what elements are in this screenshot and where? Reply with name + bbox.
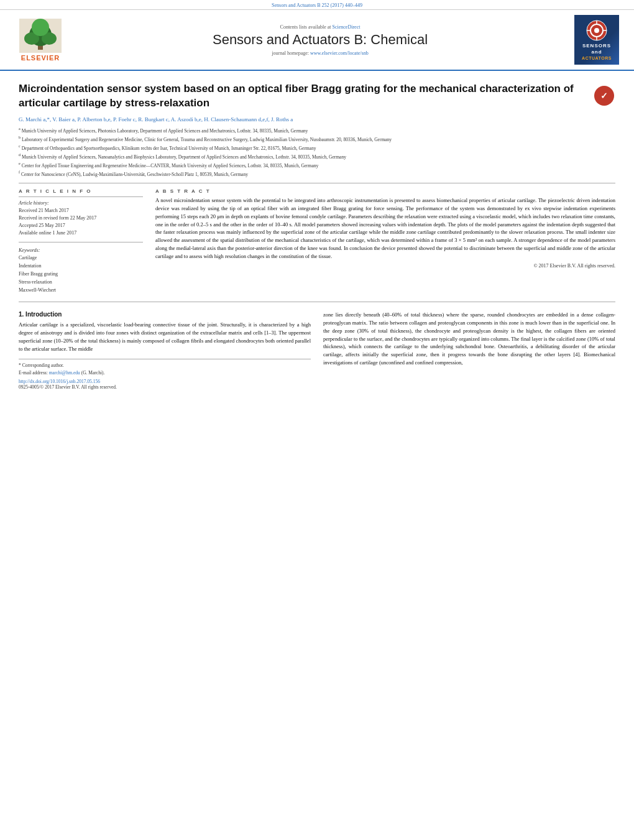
svg-text:✓: ✓ bbox=[600, 91, 608, 101]
intro-text-2: zone lies directly beneath (40–60% of to… bbox=[323, 311, 615, 366]
journal-url[interactable]: www.elsevier.com/locate/snb bbox=[310, 50, 369, 56]
sensors-logo-text2: and bbox=[591, 49, 602, 55]
available-date: Available online 1 June 2017 bbox=[19, 229, 143, 237]
affiliations: a Munich University of Applied Sciences,… bbox=[19, 126, 615, 178]
keyword-3: Stress-relaxation bbox=[19, 279, 143, 287]
affil-c: c Department of Orthopaedics and Sportso… bbox=[19, 144, 615, 152]
copyright: © 2017 Elsevier B.V. All rights reserved… bbox=[155, 263, 615, 269]
email-link[interactable]: marchi@hm.edu bbox=[49, 370, 80, 376]
rights-line: 0925-4005/© 2017 Elsevier B.V. All right… bbox=[19, 384, 311, 390]
keywords-title: Keywords: bbox=[19, 247, 143, 253]
elsevier-logo: ELSEVIER bbox=[12, 19, 68, 62]
intro-heading: 1. Introduction bbox=[19, 311, 311, 318]
crossmark: ✓ bbox=[593, 85, 615, 108]
affil-b: b Laboratory of Experimental Surgery and… bbox=[19, 135, 615, 143]
intro-col-1: 1. Introduction Articular cartilage is a… bbox=[19, 311, 311, 390]
affil-e: e Center for Applied Tissue Engineering … bbox=[19, 161, 615, 169]
journal-homepage: journal homepage: www.elsevier.com/locat… bbox=[75, 50, 566, 56]
introduction-section: 1. Introduction Articular cartilage is a… bbox=[19, 311, 615, 390]
svg-point-8 bbox=[594, 28, 599, 33]
keyword-0: Cartilage bbox=[19, 254, 143, 262]
abstract-text: A novel microindentation sensor system w… bbox=[155, 196, 615, 260]
contents-list: Contents lists available at ScienceDirec… bbox=[75, 24, 566, 30]
authors: G. Marchi a,*, V. Baier a, P. Alberton b… bbox=[19, 116, 615, 124]
journal-title-center: Contents lists available at ScienceDirec… bbox=[75, 24, 566, 56]
divider-1 bbox=[19, 183, 615, 183]
paper-title: Microindentation sensor system based on … bbox=[19, 82, 615, 111]
abstract-heading: A B S T R A C T bbox=[155, 188, 615, 194]
article-info-col: A R T I C L E I N F O Article history: R… bbox=[19, 188, 143, 294]
journal-header: ELSEVIER Contents lists available at Sci… bbox=[0, 10, 634, 71]
article-info-divider bbox=[19, 196, 143, 197]
keywords-divider bbox=[19, 242, 143, 242]
sciencedirect-link[interactable]: ScienceDirect bbox=[333, 24, 361, 30]
article-info-heading: A R T I C L E I N F O bbox=[19, 188, 143, 194]
divider-2 bbox=[19, 302, 615, 302]
page: Sensors and Actuators B 252 (2017) 440–4… bbox=[0, 0, 634, 840]
doi-line: http://dx.doi.org/10.1016/j.snb.2017.05.… bbox=[19, 379, 311, 384]
abstract-col: A B S T R A C T A novel microindentation… bbox=[155, 188, 615, 294]
keyword-2: Fiber Bragg grating bbox=[19, 270, 143, 279]
received-date: Received 21 March 2017 bbox=[19, 207, 143, 215]
keyword-4: Maxwell-Wiechert bbox=[19, 287, 143, 295]
email-note: E-mail address: marchi@hm.edu (G. Marchi… bbox=[19, 369, 311, 376]
keyword-1: Indentation bbox=[19, 262, 143, 270]
journal-top-bar: Sensors and Actuators B 252 (2017) 440–4… bbox=[0, 0, 634, 10]
sensors-logo-text1: SENSORS bbox=[582, 43, 611, 49]
doi-link[interactable]: http://dx.doi.org/10.1016/j.snb.2017.05.… bbox=[19, 379, 100, 384]
received-revised-date: Received in revised form 22 May 2017 bbox=[19, 215, 143, 222]
sensors-logo-box: SENSORS and ACTUATORS bbox=[572, 15, 622, 65]
article-abstract-cols: A R T I C L E I N F O Article history: R… bbox=[19, 188, 615, 294]
accepted-date: Accepted 25 May 2017 bbox=[19, 222, 143, 229]
svg-point-5 bbox=[32, 19, 49, 36]
journal-citation: Sensors and Actuators B 252 (2017) 440–4… bbox=[272, 2, 362, 8]
content-area: ✓ Microindentation sensor system based o… bbox=[0, 71, 634, 396]
intro-col-2: zone lies directly beneath (40–60% of to… bbox=[323, 311, 615, 390]
sensors-logo-text3: ACTUATORS bbox=[582, 56, 612, 60]
affil-d: d Munich University of Applied Sciences,… bbox=[19, 152, 615, 160]
intro-text-1: Articular cartilage is a specialized, vi… bbox=[19, 321, 311, 353]
article-history-title: Article history: bbox=[19, 200, 143, 206]
footnote-area: * Corresponding author. E-mail address: … bbox=[19, 359, 311, 390]
title-area: ✓ Microindentation sensor system based o… bbox=[19, 82, 615, 111]
journal-name: Sensors and Actuators B: Chemical bbox=[75, 32, 566, 48]
elsevier-tree-image bbox=[19, 19, 62, 53]
elsevier-label: ELSEVIER bbox=[21, 54, 60, 62]
corresponding-note: * Corresponding author. bbox=[19, 362, 311, 369]
affil-a: a Munich University of Applied Sciences,… bbox=[19, 126, 615, 134]
affil-f: f Center for Nanoscience (CeNS), Ludwig-… bbox=[19, 170, 615, 178]
sensors-actuators-logo: SENSORS and ACTUATORS bbox=[574, 15, 619, 65]
